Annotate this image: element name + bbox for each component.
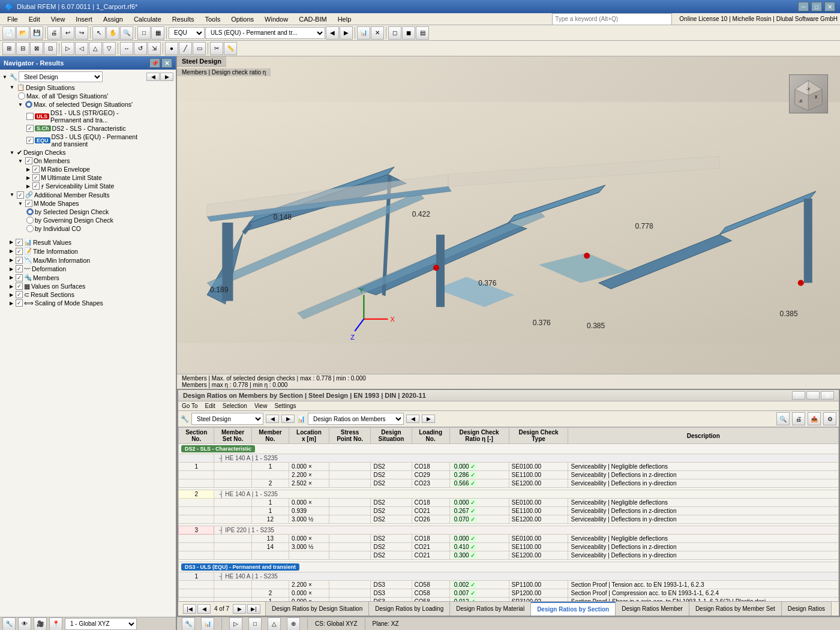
t2-btn6[interactable]: ◁ [75,42,88,55]
t2-btn7[interactable]: △ [89,42,102,55]
results-table-wrapper[interactable]: SectionNo. MemberSet No. MemberNo. Locat… [178,427,839,601]
status-btn6[interactable]: ⊕ [287,617,300,631]
ds-arrow[interactable]: ▼ [10,85,14,90]
results-close[interactable]: ✕ [821,391,834,400]
nav-next-btn[interactable]: ▶ [160,73,173,81]
sl-arrow[interactable]: ▶ [26,184,30,189]
delete-results[interactable]: ✕ [371,26,384,40]
table-row[interactable]: 2.200 × DS2 CO29 0.286 ✓ SE1100.00 Servi… [179,471,839,479]
amr-check[interactable] [17,191,24,199]
sc-arrow[interactable]: ▶ [10,301,13,306]
nav-bottom-btn3[interactable]: 🎥 [34,617,47,631]
tree-max-min[interactable]: ▶ 📉 Max/Min Information [1,256,175,265]
zoom-button[interactable]: 🔍 [120,26,133,40]
steel-design-arrow[interactable]: ▼ [2,74,7,80]
menu-options[interactable]: Options [226,15,259,23]
tab-design-ratio-material[interactable]: Design Ratios by Material [450,602,531,616]
nav-close-button[interactable]: ✕ [161,58,172,68]
open-button[interactable]: 📂 [16,26,29,40]
vs-check[interactable] [16,283,23,290]
pan-button[interactable]: ✋ [106,26,119,40]
line-btn[interactable]: ╱ [179,42,192,55]
sd-combo-results[interactable]: Steel Design [191,413,263,425]
menu-file[interactable]: File [2,15,23,23]
tree-ds2[interactable]: S.Ch DS2 - SLS - Characteristic [1,124,175,133]
status-btn1[interactable]: 🔧 [182,617,195,631]
selection-link[interactable]: Selection [223,403,247,409]
minimize-button[interactable]: ─ [798,2,809,11]
structure-viewport[interactable]: 0.148 0.422 0.778 0.189 0.376 0.376 0.38… [177,56,840,389]
table-row[interactable]: 2 2.502 × DS2 CO23 0.566 ✓ SE1200.00 Ser… [179,479,839,488]
rv-arrow[interactable]: ▶ [10,239,13,245]
max-selected-radio[interactable] [25,101,32,108]
t2-btn5[interactable]: ▷ [61,42,74,55]
tree-by-governing-dc[interactable]: by Governing Design Check [1,216,175,224]
tree-result-values[interactable]: ▶ 📊 Result Values [1,238,175,247]
measure-btn[interactable]: 📏 [224,42,237,55]
mm-arrow[interactable]: ▶ [10,257,13,263]
table-row[interactable]: 13 0.000 × DS2 CO18 0.000 ✓ SE0100.00 Se… [179,535,839,543]
amr-arrow[interactable]: ▼ [10,192,14,197]
menu-calculate[interactable]: Calculate [129,15,166,23]
move-btn[interactable]: ↔ [120,42,133,55]
render-btn2[interactable]: ◼ [402,26,415,40]
nav-bottom-btn2[interactable]: 👁 [18,617,31,631]
t2-btn3[interactable]: ⊠ [30,42,43,55]
tree-ds1[interactable]: ULS DS1 - ULS (STR/GEO) - Permanent and … [1,109,175,124]
status-btn4[interactable]: □ [248,617,262,631]
ds2-checkbox[interactable] [26,125,34,132]
results-minimize[interactable]: ─ [792,391,805,400]
by-sel-dc-radio[interactable] [26,208,34,215]
ul-arrow[interactable]: ▶ [26,175,30,181]
tree-design-checks[interactable]: ▼ ✔ Design Checks [1,148,175,157]
redo-button[interactable]: ↪ [75,26,88,40]
tab-design-ratio-loading[interactable]: Design Ratios by Loading [369,602,450,616]
tree-result-sections[interactable]: ▶ ⊂ Result Sections [1,290,175,299]
tb2-next-btn[interactable]: ▶ [422,415,435,423]
rs-arrow[interactable]: ▶ [10,292,13,298]
tb-prev-btn[interactable]: ◀ [266,415,279,423]
last-page-btn[interactable]: ▶| [247,604,260,614]
tree-mode-shapes[interactable]: ▼ M Mode Shapes [1,199,175,208]
menu-window[interactable]: Window [260,15,293,23]
max-all-radio[interactable] [18,92,25,100]
scale-btn[interactable]: ⇲ [148,42,161,55]
ratio-combo-results[interactable]: Design Ratios on Members [308,413,404,425]
tab-design-ratio-member-set[interactable]: Design Ratios by Member Set [689,602,782,616]
ti-check[interactable] [16,248,23,255]
mm-check[interactable] [16,257,23,264]
menu-results[interactable]: Results [167,15,199,23]
settings-btn-tb[interactable]: ⚙ [823,412,836,425]
by-ind-co-radio[interactable] [26,225,34,232]
print-results[interactable]: 🖨 [792,412,805,425]
t2-btn1[interactable]: ⊞ [2,42,16,55]
view-link[interactable]: View [254,403,268,409]
mem-arrow[interactable]: ▶ [10,275,13,280]
om-arrow[interactable]: ▼ [18,158,23,164]
tree-by-selected-dc[interactable]: by Selected Design Check [1,208,175,216]
by-gov-dc-radio[interactable] [26,217,34,224]
undo-button[interactable]: ↩ [61,26,74,40]
tree-svc-limit[interactable]: ▶ Ꞙ Serviceability Limit State [1,182,175,190]
prev-loadcase[interactable]: ◀ [326,26,339,40]
results-button[interactable]: 📊 [357,26,370,40]
tree-design-situations[interactable]: ▼ 📋 Design Situations [1,83,175,92]
t2-btn4[interactable]: ⊡ [44,42,57,55]
def-check[interactable] [16,265,23,272]
surface-btn[interactable]: ▭ [193,42,206,55]
nav-bottom-btn1[interactable]: 🔧 [2,617,16,631]
cs-combo[interactable]: 1 - Global XYZ [65,618,137,630]
tree-on-members[interactable]: ▼ On Members [1,157,175,165]
mem-check[interactable] [16,274,23,281]
rotate-btn[interactable]: ↺ [134,42,147,55]
new-button[interactable]: 📄 [2,26,16,40]
tb2-prev-btn[interactable]: ◀ [406,415,419,423]
results-maximize[interactable]: □ [806,391,820,400]
close-button[interactable]: ✕ [824,2,835,11]
search-input[interactable] [552,13,672,25]
tab-design-ratio-ds[interactable]: Design Ratios by Design Situation [266,602,369,616]
tree-ult-limit[interactable]: ▶ M Ultimate Limit State [1,173,175,182]
section-cut-btn[interactable]: ✂ [210,42,223,55]
table-row[interactable]: 2.200 × DS3 CO58 0.002 ✓ SP1100.00 Secti… [179,581,839,589]
nav-prev-btn[interactable]: ◀ [146,73,160,81]
